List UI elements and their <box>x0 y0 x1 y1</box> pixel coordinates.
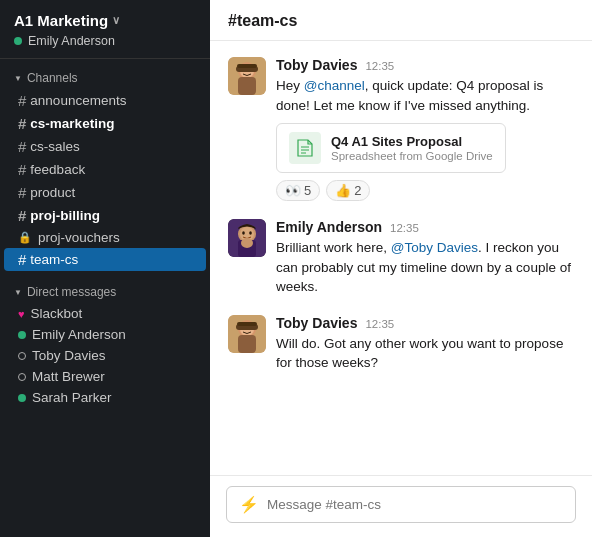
hash-icon: # <box>18 92 26 109</box>
sidebar-item-toby-davies[interactable]: Toby Davies <box>4 345 206 366</box>
workspace-name-text: A1 Marketing <box>14 12 108 29</box>
message-author: Toby Davies <box>276 315 357 331</box>
message-content: Toby Davies 12:35 Will do. Got any other… <box>276 315 574 373</box>
spreadsheet-icon <box>289 132 321 164</box>
reaction-thumbsup[interactable]: 👍 2 <box>326 180 370 201</box>
channel-label: product <box>30 185 75 200</box>
avatar <box>228 315 266 353</box>
hash-icon: # <box>18 251 26 268</box>
file-attachment[interactable]: Q4 A1 Sites Proposal Spreadsheet from Go… <box>276 123 506 173</box>
attachment-subtitle: Spreadsheet from Google Drive <box>331 150 493 162</box>
table-row: Toby Davies 12:35 Hey @channel, quick up… <box>228 57 574 201</box>
attachment-title: Q4 A1 Sites Proposal <box>331 134 493 149</box>
online-dot <box>18 331 26 339</box>
dm-label: Sarah Parker <box>32 390 112 405</box>
message-input[interactable] <box>267 497 563 512</box>
lock-icon: 🔒 <box>18 231 32 244</box>
sidebar-item-feedback[interactable]: # feedback <box>4 158 206 181</box>
dm-label: Slackbot <box>31 306 83 321</box>
svg-point-17 <box>241 238 253 248</box>
svg-rect-3 <box>238 77 256 95</box>
current-user-name: Emily Anderson <box>28 34 115 48</box>
hash-icon: # <box>18 161 26 178</box>
table-row: Toby Davies 12:35 Will do. Got any other… <box>228 315 574 373</box>
channel-label: feedback <box>30 162 85 177</box>
user-status: Emily Anderson <box>14 34 196 48</box>
dm-label: Emily Anderson <box>32 327 126 342</box>
sidebar-item-announcements[interactable]: # announcements <box>4 89 206 112</box>
reaction-count: 5 <box>304 183 311 198</box>
hash-icon: # <box>18 115 26 132</box>
channel-label: announcements <box>30 93 126 108</box>
channels-section-header[interactable]: ▼ Channels <box>0 69 210 89</box>
slackbot-icon: ♥ <box>18 308 25 320</box>
message-input-area: ⚡ <box>210 475 592 537</box>
sidebar-item-cs-marketing[interactable]: # cs-marketing <box>4 112 206 135</box>
offline-dot <box>18 373 26 381</box>
message-time: 12:35 <box>365 318 394 330</box>
main-content: #team-cs Toby Davies <box>210 0 592 537</box>
hash-icon: # <box>18 207 26 224</box>
channel-name: #team-cs <box>228 12 297 29</box>
channels-section: ▼ Channels # announcements # cs-marketin… <box>0 59 210 273</box>
mention: @Toby Davies <box>391 240 478 255</box>
channel-label: proj-vouchers <box>38 230 120 245</box>
channel-label: proj-billing <box>30 208 100 223</box>
reaction-emoji: 👍 <box>335 183 351 198</box>
message-content: Emily Anderson 12:35 Brilliant work here… <box>276 219 574 297</box>
sidebar-item-sarah-parker[interactable]: Sarah Parker <box>4 387 206 408</box>
svg-rect-21 <box>238 335 256 353</box>
reaction-eyes[interactable]: 👀 5 <box>276 180 320 201</box>
dm-section: ▼ Direct messages ♥ Slackbot Emily Ander… <box>0 273 210 410</box>
reaction-count: 2 <box>354 183 361 198</box>
dm-label: Matt Brewer <box>32 369 105 384</box>
sidebar-item-proj-billing[interactable]: # proj-billing <box>4 204 206 227</box>
sidebar-item-emily-anderson[interactable]: Emily Anderson <box>4 324 206 345</box>
dm-label: Direct messages <box>27 285 116 299</box>
sidebar: A1 Marketing ∨ Emily Anderson ▼ Channels… <box>0 0 210 537</box>
mention: @channel <box>304 78 365 93</box>
sidebar-item-team-cs[interactable]: # team-cs <box>4 248 206 271</box>
message-header: Emily Anderson 12:35 <box>276 219 574 235</box>
hash-icon: # <box>18 184 26 201</box>
workspace-chevron-icon: ∨ <box>112 14 120 27</box>
message-text: Hey @channel, quick update: Q4 proposal … <box>276 76 574 115</box>
workspace-name[interactable]: A1 Marketing ∨ <box>14 12 196 29</box>
dm-collapse-icon: ▼ <box>14 288 22 297</box>
workspace-header: A1 Marketing ∨ Emily Anderson <box>0 0 210 59</box>
table-row: Emily Anderson 12:35 Brilliant work here… <box>228 219 574 297</box>
online-status-dot <box>14 37 22 45</box>
message-author: Toby Davies <box>276 57 357 73</box>
message-header: Toby Davies 12:35 <box>276 315 574 331</box>
sidebar-item-slackbot[interactable]: ♥ Slackbot <box>4 303 206 324</box>
svg-point-16 <box>249 231 252 235</box>
avatar <box>228 57 266 95</box>
message-text: Brilliant work here, @Toby Davies. I rec… <box>276 238 574 297</box>
sidebar-item-proj-vouchers[interactable]: 🔒 proj-vouchers <box>4 227 206 248</box>
message-author: Emily Anderson <box>276 219 382 235</box>
dm-section-header[interactable]: ▼ Direct messages <box>0 283 210 303</box>
svg-rect-25 <box>237 322 257 326</box>
sidebar-item-matt-brewer[interactable]: Matt Brewer <box>4 366 206 387</box>
message-input-wrapper[interactable]: ⚡ <box>226 486 576 523</box>
channels-label: Channels <box>27 71 78 85</box>
messages-area: Toby Davies 12:35 Hey @channel, quick up… <box>210 41 592 475</box>
message-text: Will do. Got any other work you want to … <box>276 334 574 373</box>
reaction-emoji: 👀 <box>285 183 301 198</box>
channels-collapse-icon: ▼ <box>14 74 22 83</box>
message-time: 12:35 <box>365 60 394 72</box>
channel-label: cs-sales <box>30 139 80 154</box>
online-dot <box>18 394 26 402</box>
channel-label: team-cs <box>30 252 78 267</box>
message-header: Toby Davies 12:35 <box>276 57 574 73</box>
sidebar-item-cs-sales[interactable]: # cs-sales <box>4 135 206 158</box>
message-content: Toby Davies 12:35 Hey @channel, quick up… <box>276 57 574 201</box>
sidebar-item-product[interactable]: # product <box>4 181 206 204</box>
compose-icon: ⚡ <box>239 495 259 514</box>
message-time: 12:35 <box>390 222 419 234</box>
avatar <box>228 219 266 257</box>
svg-rect-7 <box>237 64 257 68</box>
svg-point-15 <box>242 231 245 235</box>
hash-icon: # <box>18 138 26 155</box>
channel-label: cs-marketing <box>30 116 114 131</box>
